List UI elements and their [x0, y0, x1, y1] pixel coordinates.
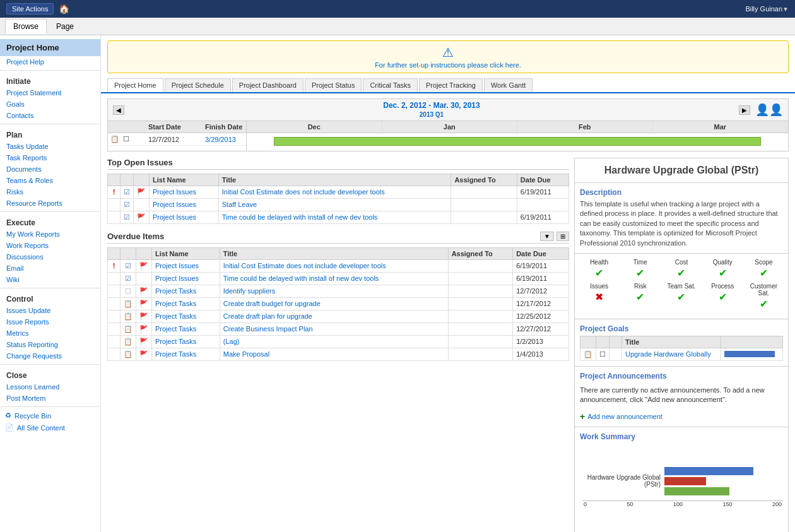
gantt-prev-button[interactable]: ◀ [113, 105, 124, 115]
browse-tab[interactable]: Browse [5, 19, 47, 34]
od-title-8: Make Proposal [220, 348, 448, 361]
od-exclaim-6 [108, 323, 121, 336]
sidebar-item-issues-update[interactable]: Issues Update [0, 305, 100, 316]
tab-project-tracking[interactable]: Project Tracking [419, 78, 483, 92]
od-exclaim-1: ! [108, 260, 121, 273]
sidebar-item-project-help[interactable]: Project Help [0, 56, 100, 68]
od-title-3: Identify suppliers [220, 285, 448, 298]
sidebar-recycle-bin[interactable]: ♻ Recycle Bin [0, 410, 100, 422]
warning-bar[interactable]: ⚠ For further set-up instructions please… [107, 40, 789, 73]
od-assigned-3 [448, 285, 513, 298]
add-announcement-link[interactable]: + Add new announcement [580, 411, 783, 422]
gantt-month-dec: Dec [247, 121, 382, 133]
od-check-7: 📋 [121, 336, 136, 348]
project-tabs: Project Home Project Schedule Project Da… [101, 78, 795, 93]
od-assigned-4 [448, 298, 513, 310]
sidebar-item-work-reports[interactable]: Work Reports [0, 240, 100, 251]
sidebar-item-change-requests[interactable]: Change Requests [0, 350, 100, 362]
oth-icon3 [136, 248, 152, 260]
help-icon[interactable]: 🏠 [59, 4, 69, 14]
sidebar-item-goals[interactable]: Goals [0, 98, 100, 110]
flag-icon-1: 🚩 [134, 186, 150, 199]
gantt-header: ◀ Dec. 2, 2012 - Mar. 30, 2013 2013 Q1 ▶… [108, 99, 788, 121]
issues-title-2: Staff Leave [218, 199, 451, 211]
od-flag-3: 🚩 [136, 285, 152, 298]
sidebar: Project Home Project Help Initiate Proje… [0, 35, 101, 532]
od-assigned-7 [448, 336, 513, 348]
right-col: Hardware Upgrade Global (PStr) Descripti… [574, 158, 789, 532]
gantt-month-jan: Jan [382, 121, 518, 133]
od-flag-7: 🚩 [136, 336, 152, 348]
two-col-layout: Top Open Issues List Name Title Assigned… [101, 158, 795, 532]
page-tab[interactable]: Page [48, 19, 82, 34]
sidebar-all-site-content[interactable]: 📄 All Site Content [0, 422, 100, 434]
sidebar-item-my-work-reports[interactable]: My Work Reports [0, 228, 100, 240]
time-check-icon: ✔ [621, 267, 659, 279]
tab-project-home[interactable]: Project Home [107, 78, 163, 92]
warning-icon: ⚠ [114, 45, 782, 60]
divider-initiate [0, 70, 100, 71]
sidebar-item-metrics[interactable]: Metrics [0, 328, 100, 339]
pgt-icon1 [580, 336, 596, 348]
gantt-next-button[interactable]: ▶ [739, 105, 750, 115]
gantt-title: Dec. 2, 2012 - Mar. 30, 2013 2013 Q1 [129, 101, 734, 119]
od-flag-6: 🚩 [136, 323, 152, 336]
tab-project-dashboard[interactable]: Project Dashboard [232, 78, 303, 92]
issues-due-1: 6/19/2011 [517, 186, 568, 199]
sidebar-item-resource-reports[interactable]: Resource Reports [0, 198, 100, 209]
sidebar-item-contacts[interactable]: Contacts [0, 110, 100, 121]
od-check-2: ☑ [121, 273, 136, 285]
sidebar-section-close: Close [0, 367, 100, 381]
health-cost: Cost ✔ [662, 259, 700, 279]
tab-project-schedule[interactable]: Project Schedule [165, 78, 231, 92]
left-col: Top Open Issues List Name Title Assigned… [107, 158, 574, 532]
od-due-4: 12/17/2012 [513, 298, 569, 310]
sidebar-item-tasks-update[interactable]: Tasks Update [0, 141, 100, 152]
gantt-cols-header: Start Date Finish Date [108, 121, 246, 133]
health-check-icon: ✔ [580, 267, 618, 279]
issues-list-2: Project Issues [150, 199, 219, 211]
tab-work-gantt[interactable]: Work Gantt [484, 78, 533, 92]
sidebar-item-risks[interactable]: Risks [0, 186, 100, 198]
overdue-filter-button[interactable]: ▼ [540, 232, 554, 241]
overdue-controls: ▼ ⊞ [540, 232, 569, 241]
description-title: Description [580, 188, 783, 197]
overdue-table: List Name Title Assigned To Date Due ! ☑… [107, 247, 569, 361]
sidebar-item-lessons-learned[interactable]: Lessons Learned [0, 381, 100, 393]
description-section: Description This template is useful when… [575, 183, 788, 254]
gantt-bar [274, 137, 761, 146]
sidebar-item-post-mortem[interactable]: Post Mortem [0, 393, 100, 404]
od-list-1: Project Issues [152, 260, 220, 273]
goal-icon1: 📋 [580, 348, 596, 360]
gantt-months-header: Dec Jan Feb Mar [247, 121, 788, 133]
warning-text: For further set-up instructions please c… [375, 61, 521, 69]
od-flag-8: 🚩 [136, 348, 152, 361]
ribbon: Browse Page [0, 18, 795, 35]
user-chevron-icon: ▼ [782, 6, 789, 13]
chart-row-1: Hardware Upgrade Global (PStr) [582, 467, 783, 495]
sidebar-item-email[interactable]: Email [0, 263, 100, 274]
sidebar-item-task-reports[interactable]: Task Reports [0, 152, 100, 163]
overdue-settings-button[interactable]: ⊞ [556, 232, 569, 241]
sidebar-item-discussions[interactable]: Discussions [0, 251, 100, 263]
risk-check-icon: ✔ [621, 291, 659, 303]
sidebar-item-issue-reports[interactable]: Issue Reports [0, 316, 100, 328]
flag-icon-3: 🚩 [134, 211, 150, 224]
sidebar-item-documents[interactable]: Documents [0, 163, 100, 175]
pgt-title: Title [622, 336, 721, 348]
sidebar-item-wiki[interactable]: Wiki [0, 274, 100, 285]
od-list-4: Project Tasks [152, 298, 220, 310]
work-summary-title: Work Summary [575, 427, 788, 444]
sidebar-item-teams-roles[interactable]: Teams & Roles [0, 175, 100, 186]
issues-assigned-1 [451, 186, 517, 199]
sidebar-item-project-statement[interactable]: Project Statement [0, 87, 100, 98]
status-issues: Issues ✖ [580, 283, 618, 310]
od-list-5: Project Tasks [152, 310, 220, 323]
tab-critical-tasks[interactable]: Critical Tasks [363, 78, 418, 92]
tab-project-status[interactable]: Project Status [305, 78, 362, 92]
sidebar-project-home[interactable]: Project Home [0, 39, 100, 56]
site-actions-button[interactable]: Site Actions [6, 3, 54, 15]
divider-bottom [0, 406, 100, 407]
oth-date-due: Date Due [513, 248, 569, 260]
sidebar-item-status-reporting[interactable]: Status Reporting [0, 339, 100, 350]
